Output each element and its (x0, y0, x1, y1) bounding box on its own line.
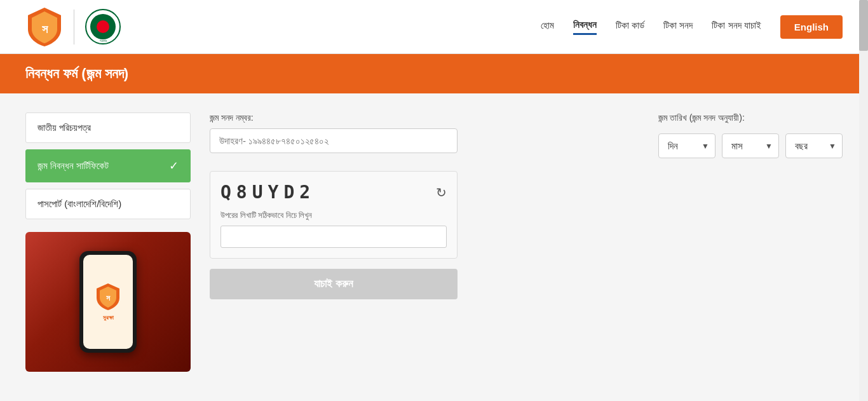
nav-home[interactable]: হোম (541, 20, 554, 34)
day-select[interactable]: দিন (658, 133, 715, 158)
birth-cert-group: জন্ম সনদ নম্বর: (210, 112, 639, 158)
submit-button[interactable]: যাচাই করুন (210, 269, 458, 299)
check-icon: ✓ (169, 159, 179, 173)
nav-vaccine-certificate[interactable]: টিকা সনদ (663, 20, 693, 34)
main-content: জাতীয় পরিচয়পত্র জন্ম নিবন্ধন সার্টিফিক… (0, 93, 868, 398)
year-select[interactable]: বছর (785, 133, 843, 158)
dob-label: জন্ম তারিখ (জন্ম সনদ অনুযায়ী): (658, 112, 843, 123)
scrollbar-thumb[interactable] (859, 0, 868, 51)
surokkha-logo: স (25, 6, 64, 48)
svg-text:স: স (42, 23, 48, 36)
month-select-wrapper: মাস ▼ (722, 133, 779, 158)
sidebar-item-nid[interactable]: জাতীয় পরিচয়পত্র (25, 112, 191, 143)
government-logo: সরকার (85, 8, 121, 45)
birth-cert-label: জন্ম সনদ নম্বর: (210, 112, 639, 123)
phone-brand-text: সুরক্ষা (103, 315, 114, 322)
page-title: নিবন্ধন ফর্ম (জন্ম সনদ) (25, 65, 128, 81)
captcha-box: Q8UYD2 ↻ উপরের লিখাটি সঠিকভাবে নিচে লিখু… (210, 171, 458, 259)
scrollbar-track (859, 0, 868, 401)
header: স সরকার হোম নিবন্ধন টিকা কার্ড টিকা সনদ … (0, 0, 868, 54)
svg-text:সরকার: সরকার (100, 39, 107, 43)
phone-screen: স সুরক্ষা (83, 255, 133, 349)
day-select-wrapper: দিন ▼ (658, 133, 715, 158)
captcha-hint: উপরের লিখাটি সঠিকভাবে নিচে লিখুন (220, 210, 447, 221)
captcha-refresh-button[interactable]: ↻ (436, 185, 447, 200)
nav-verify-certificate[interactable]: টিকা সনদ যাচাই (712, 20, 761, 34)
year-select-wrapper: বছর ▼ (785, 133, 843, 158)
english-button[interactable]: English (780, 15, 843, 39)
nav-registration[interactable]: নিবন্ধন (573, 19, 597, 35)
page-title-bar: নিবন্ধন ফর্ম (জন্ম সনদ) (0, 54, 868, 93)
svg-text:স: স (106, 294, 111, 302)
form-area: জন্ম সনদ নম্বর: জন্ম তারিখ (জন্ম সনদ অনু… (210, 112, 843, 379)
captcha-text: Q8UYD2 (220, 182, 315, 203)
nav-vaccine-card[interactable]: টিকা কার্ড (616, 20, 644, 34)
form-row-1: জন্ম সনদ নম্বর: জন্ম তারিখ (জন্ম সনদ অনু… (210, 112, 843, 158)
sidebar: জাতীয় পরিচয়পত্র জন্ম নিবন্ধন সার্টিফিক… (25, 112, 191, 379)
logo-divider (74, 10, 74, 44)
captcha-input[interactable] (220, 226, 447, 248)
header-logo-area: স সরকার (25, 6, 121, 48)
sidebar-item-birth[interactable]: জন্ম নিবন্ধন সার্টিফিকেট ✓ (25, 149, 191, 182)
month-select[interactable]: মাস (722, 133, 779, 158)
phone-shield-icon: স (95, 283, 121, 311)
birth-cert-input[interactable] (210, 128, 458, 153)
captcha-display: Q8UYD2 ↻ (220, 182, 447, 203)
dob-group: জন্ম তারিখ (জন্ম সনদ অনুযায়ী): দিন ▼ মা… (658, 112, 843, 158)
sidebar-item-passport[interactable]: পাসপোর্ট (বাংলাদেশি/বিদেশি) (25, 189, 191, 219)
phone-mockup: স সুরক্ষা (79, 251, 137, 353)
svg-point-3 (97, 20, 109, 33)
header-nav: হোম নিবন্ধন টিকা কার্ড টিকা সনদ টিকা সনদ… (541, 15, 843, 39)
sidebar-app-image: স সুরক্ষা (25, 232, 191, 372)
date-selects: দিন ▼ মাস ▼ বছর ▼ (658, 133, 843, 158)
